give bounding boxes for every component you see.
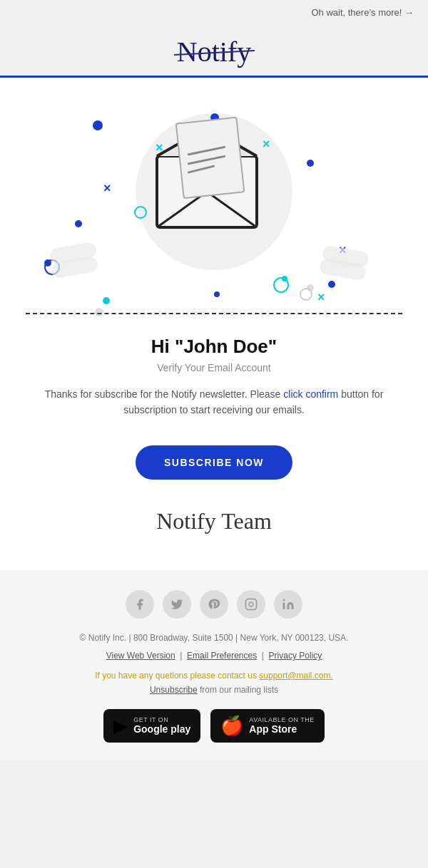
subscribe-button[interactable]: SUBSCRIBE NOW	[136, 445, 292, 480]
social-icons-row	[14, 590, 414, 619]
footer-unsub: Unsubscribe from our mailing lists	[14, 685, 414, 695]
circle-outline-3	[300, 288, 312, 301]
envelope-illustration	[136, 106, 292, 249]
app-store-large-text: App Store	[249, 723, 297, 735]
main-card: × × × × ×	[0, 78, 428, 570]
email-preferences-link[interactable]: Email Preferences	[187, 651, 257, 661]
greeting-section: Hi "John Doe" Verify Your Email Account …	[0, 321, 428, 445]
greeting-title: Hi "John Doe"	[29, 336, 399, 358]
more-link[interactable]: Oh wait, there’s more! →	[311, 7, 414, 18]
google-play-button[interactable]: ▶ GET IT ON Google play	[103, 709, 200, 743]
twitter-icon[interactable]	[163, 590, 191, 619]
dot-2	[307, 160, 314, 167]
dot-3	[75, 220, 82, 227]
dot-5	[214, 291, 220, 297]
dot-1	[93, 120, 103, 130]
svg-point-9	[283, 599, 285, 601]
header: Notify	[0, 25, 428, 76]
svg-rect-7	[246, 599, 257, 609]
confirm-link[interactable]: click confirm	[283, 388, 338, 400]
app-store-button[interactable]: 🍎 Available on the App Store	[210, 709, 325, 743]
signature: Notify Team	[0, 501, 428, 549]
facebook-icon[interactable]	[126, 590, 154, 619]
pinterest-icon[interactable]	[200, 590, 228, 619]
logo: Notify	[177, 35, 251, 68]
footer-links: View Web Version | Email Preferences | P…	[14, 651, 414, 661]
app-buttons-row: ▶ GET IT ON Google play 🍎 Available on t…	[14, 709, 414, 743]
google-play-small-text: GET IT ON	[133, 716, 168, 723]
greeting-subtitle: Verify Your Email Account	[29, 362, 399, 373]
dot-gray-1	[95, 308, 103, 316]
google-play-large-text: Google play	[133, 723, 190, 735]
top-bar: Oh wait, there’s more! →	[0, 0, 428, 25]
apple-icon: 🍎	[220, 715, 243, 737]
footer-address: © Notify Inc. | 800 Broadway, Suite 1500…	[14, 631, 414, 645]
circle-outline-4	[273, 277, 289, 293]
x-mark-5: ×	[317, 290, 325, 305]
svg-rect-3	[176, 118, 245, 198]
x-mark-1: ×	[103, 181, 111, 196]
footer-contact: If you have any quetions please contact …	[14, 671, 414, 681]
greeting-body: Thanks for subscribe for the Notify news…	[29, 386, 399, 418]
linkedin-icon[interactable]	[274, 590, 302, 619]
dashed-divider	[26, 313, 402, 314]
footer: © Notify Inc. | 800 Broadway, Suite 1500…	[0, 570, 428, 760]
instagram-icon[interactable]	[237, 590, 265, 619]
unsubscribe-link[interactable]: Unsubscribe	[150, 685, 198, 695]
app-store-small-text: Available on the	[249, 716, 315, 723]
view-web-link[interactable]: View Web Version	[106, 651, 175, 661]
privacy-policy-link[interactable]: Privacy Policy	[269, 651, 322, 661]
google-play-icon: ▶	[113, 715, 128, 737]
illustration-area: × × × × ×	[0, 78, 428, 320]
dot-cyan-1	[103, 297, 110, 304]
support-email-link[interactable]: support@mail.com.	[259, 671, 333, 681]
dot-7	[328, 281, 335, 288]
